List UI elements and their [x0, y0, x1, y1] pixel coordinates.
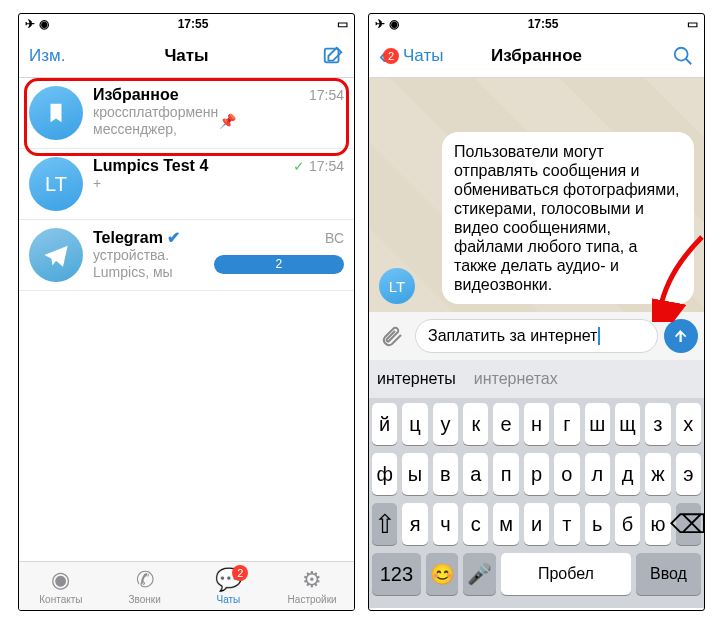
- chat-area[interactable]: LT Пользователи могут отправлять сообщен…: [369, 78, 704, 312]
- key-shift[interactable]: ⇧: [372, 503, 397, 545]
- key-е[interactable]: е: [493, 403, 518, 445]
- key-а[interactable]: а: [463, 453, 488, 495]
- chat-row[interactable]: LT Lumpics Test 4 ✓17:54 +: [19, 149, 354, 220]
- back-badge: 2: [383, 48, 399, 64]
- nav-bar: ‹ 2 Чаты Избранное: [369, 34, 704, 78]
- battery-icon: ▭: [687, 17, 698, 31]
- key-backspace[interactable]: ⌫: [676, 503, 701, 545]
- compose-bar: Заплатить за интернет: [369, 312, 704, 360]
- gear-icon: ⚙: [302, 567, 322, 593]
- attach-button[interactable]: [375, 319, 409, 353]
- avatar: LT: [29, 157, 83, 211]
- search-button[interactable]: [672, 45, 694, 67]
- key-т[interactable]: т: [554, 503, 579, 545]
- key-ф[interactable]: ф: [372, 453, 397, 495]
- airplane-icon: ✈︎: [375, 17, 385, 31]
- status-bar: ✈︎◉ 17:55 ▭: [19, 14, 354, 34]
- phone-chat-view: ✈︎◉ 17:55 ▭ ‹ 2 Чаты Избранное LT Пользо…: [368, 13, 705, 611]
- key-я[interactable]: я: [402, 503, 427, 545]
- phone-chat-list: ✈︎◉ 17:55 ▭ Изм. Чаты Избранное 17:54 Te…: [18, 13, 355, 611]
- chat-name: Избранное: [93, 86, 179, 104]
- avatar: LT: [379, 268, 415, 304]
- chat-time: ВС: [325, 230, 344, 246]
- tab-settings[interactable]: ⚙Настройки: [270, 562, 354, 610]
- status-time: 17:55: [399, 17, 687, 31]
- tab-badge: 2: [232, 565, 248, 581]
- key-б[interactable]: б: [615, 503, 640, 545]
- chat-preview: +: [93, 175, 344, 192]
- phone-icon: ✆: [136, 567, 154, 593]
- chat-list: Избранное 17:54 Telegram — кроссплатформ…: [19, 78, 354, 291]
- telegram-icon: [29, 228, 83, 282]
- key-э[interactable]: э: [676, 453, 701, 495]
- key-mic[interactable]: 🎤: [463, 553, 496, 595]
- back-button[interactable]: ‹ 2 Чаты: [379, 42, 443, 70]
- key-с[interactable]: с: [463, 503, 488, 545]
- chat-preview: Telegram — кроссплатформенный мессенджер…: [93, 104, 344, 138]
- unread-badge: 2: [214, 255, 345, 274]
- tab-contacts[interactable]: ◉Контакты: [19, 562, 103, 610]
- key-р[interactable]: р: [524, 453, 549, 495]
- airplane-icon: ✈︎: [25, 17, 35, 31]
- svg-point-1: [675, 47, 688, 60]
- verified-icon: ✔︎: [167, 228, 180, 247]
- key-space[interactable]: Пробел: [501, 553, 631, 595]
- person-icon: ◉: [51, 567, 70, 593]
- key-ш[interactable]: ш: [585, 403, 610, 445]
- check-icon: ✓: [293, 158, 305, 174]
- key-к[interactable]: к: [463, 403, 488, 445]
- key-ж[interactable]: ж: [645, 453, 670, 495]
- nav-bar: Изм. Чаты: [19, 34, 354, 78]
- chat-row[interactable]: Telegram ✔︎ ВС Вход с нового устройства.…: [19, 220, 354, 291]
- send-button[interactable]: [664, 319, 698, 353]
- status-time: 17:55: [49, 17, 337, 31]
- key-н[interactable]: н: [524, 403, 549, 445]
- key-у[interactable]: у: [433, 403, 458, 445]
- key-в[interactable]: в: [433, 453, 458, 495]
- key-л[interactable]: л: [585, 453, 610, 495]
- chat-name: Lumpics Test 4: [93, 157, 208, 175]
- chat-time: 17:54: [309, 87, 344, 103]
- key-й[interactable]: й: [372, 403, 397, 445]
- key-х[interactable]: х: [676, 403, 701, 445]
- chat-time: ✓17:54: [293, 158, 344, 174]
- wifi-icon: ◉: [389, 17, 399, 31]
- suggestion[interactable]: интернетах: [474, 370, 558, 388]
- battery-icon: ▭: [337, 17, 348, 31]
- key-щ[interactable]: щ: [615, 403, 640, 445]
- wifi-icon: ◉: [39, 17, 49, 31]
- edit-button[interactable]: Изм.: [29, 46, 65, 66]
- suggestion[interactable]: интернеты: [377, 370, 456, 388]
- chat-row-saved[interactable]: Избранное 17:54 Telegram — кроссплатформ…: [19, 78, 354, 149]
- key-emoji[interactable]: 😊: [426, 553, 459, 595]
- keyboard: йцукенгшщзх фывапролджэ ⇧ячсмитьбю⌫ 123 …: [369, 398, 704, 608]
- nav-title: Чаты: [19, 46, 354, 66]
- key-123[interactable]: 123: [372, 553, 421, 595]
- message-input[interactable]: Заплатить за интернет: [415, 319, 658, 353]
- key-ь[interactable]: ь: [585, 503, 610, 545]
- key-ы[interactable]: ы: [402, 453, 427, 495]
- keyboard-suggestions: интернеты интернетах: [369, 360, 704, 398]
- tab-calls[interactable]: ✆Звонки: [103, 562, 187, 610]
- key-ю[interactable]: ю: [645, 503, 670, 545]
- key-enter[interactable]: Ввод: [636, 553, 701, 595]
- chat-name: Telegram ✔︎: [93, 228, 180, 247]
- key-о[interactable]: о: [554, 453, 579, 495]
- bookmark-icon: [29, 86, 83, 140]
- chat-preview: Вход с нового устройства. Lumpics, мы об…: [93, 247, 344, 281]
- status-bar: ✈︎◉ 17:55 ▭: [369, 14, 704, 34]
- key-ч[interactable]: ч: [433, 503, 458, 545]
- key-п[interactable]: п: [493, 453, 518, 495]
- tab-chats[interactable]: 💬Чаты2: [187, 562, 271, 610]
- key-ц[interactable]: ц: [402, 403, 427, 445]
- key-г[interactable]: г: [554, 403, 579, 445]
- key-м[interactable]: м: [493, 503, 518, 545]
- key-и[interactable]: и: [524, 503, 549, 545]
- key-д[interactable]: д: [615, 453, 640, 495]
- tab-bar: ◉Контакты ✆Звонки 💬Чаты2 ⚙Настройки: [19, 561, 354, 610]
- key-з[interactable]: з: [645, 403, 670, 445]
- compose-button[interactable]: [322, 45, 344, 67]
- message-bubble[interactable]: Пользователи могут отправлять сообщения …: [442, 132, 694, 304]
- pin-icon: 📌: [219, 113, 345, 130]
